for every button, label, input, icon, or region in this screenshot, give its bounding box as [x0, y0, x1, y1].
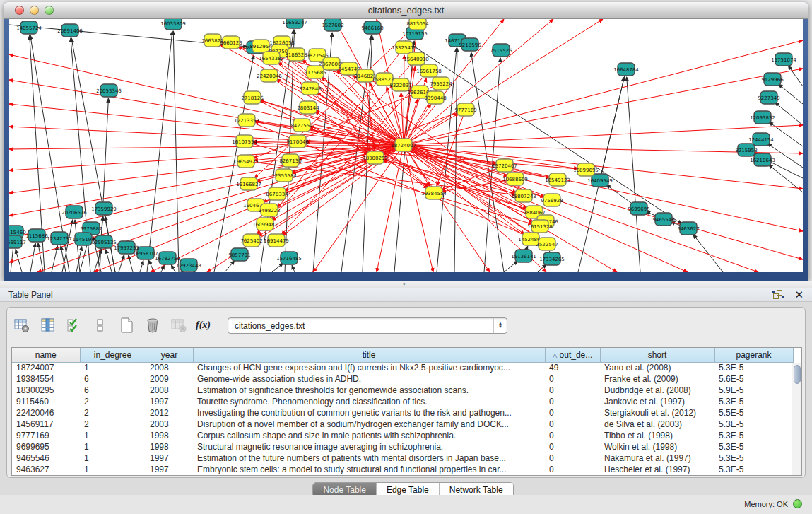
table-cell[interactable]: 5.6E-5 — [714, 373, 793, 385]
table-cell[interactable]: 1 — [80, 464, 146, 475]
table-cell[interactable]: 0 — [545, 430, 600, 441]
table-cell[interactable]: 5.3E-5 — [714, 430, 793, 441]
table-column-icon[interactable] — [39, 316, 57, 334]
table-cell[interactable]: 2 — [80, 407, 146, 419]
table-scrollbar[interactable] — [792, 363, 801, 475]
network-view[interactable]: 1872400714055724206914061603380910653247… — [9, 19, 803, 272]
table-cell[interactable]: Dudbridge et al. (2008) — [600, 385, 714, 396]
close-panel-icon[interactable]: ✕ — [794, 288, 804, 301]
float-panel-icon[interactable] — [772, 289, 784, 300]
table-cell[interactable]: 5.3E-5 — [714, 464, 793, 475]
table-cell[interactable]: 0 — [545, 407, 600, 419]
table-cell[interactable]: 18300295 — [12, 385, 80, 396]
table-cell[interactable]: 2003 — [146, 419, 193, 430]
table-cell[interactable]: 0 — [545, 419, 600, 430]
table-row[interactable]: 1456911722003Disruption of a novel membe… — [12, 419, 793, 430]
splitter-handle-icon[interactable]: ▾ — [403, 282, 410, 286]
table-cell[interactable]: 5.5E-5 — [714, 407, 793, 419]
table-cell[interactable]: 1997 — [146, 396, 193, 407]
column-header-name[interactable]: name — [12, 348, 80, 362]
table-cell[interactable]: Changes of HCN gene expression and I(f) … — [193, 362, 545, 373]
table-cell[interactable]: 9463627 — [12, 464, 80, 475]
table-cell[interactable]: 6 — [80, 373, 146, 385]
table-cell[interactable]: 2 — [80, 419, 146, 430]
table-row[interactable]: 2242004622012Investigating the contribut… — [12, 407, 793, 419]
table-cell[interactable]: 5.3E-5 — [714, 441, 793, 452]
table-cell[interactable]: 9699695 — [12, 441, 80, 452]
table-row[interactable]: 977716911998Corpus callosum shape and si… — [12, 430, 793, 441]
table-cell[interactable]: Franke et al. (2009) — [600, 373, 714, 385]
table-cell[interactable]: Corpus callosum shape and size in male p… — [193, 430, 545, 441]
table-selector-dropdown[interactable]: citations_edges.txt ▲▼ — [228, 317, 507, 334]
table-cell[interactable]: Tibbo et al. (1998) — [600, 430, 714, 441]
table-cell[interactable]: 0 — [545, 396, 600, 407]
table-cell[interactable]: 1 — [80, 441, 146, 452]
table-row[interactable]: 911546021997Tourette syndrome. Phenomeno… — [12, 396, 793, 407]
memory-status-icon[interactable] — [793, 499, 802, 508]
table-cell[interactable]: 22420046 — [12, 407, 80, 419]
table-cell[interactable]: Yano et al. (2008) — [600, 362, 714, 373]
table-cell[interactable]: 6 — [80, 385, 146, 396]
table-cell[interactable]: 1 — [80, 452, 146, 464]
column-header-year[interactable]: year — [146, 348, 193, 362]
table-cell[interactable]: Disruption of a novel member of a sodium… — [193, 419, 545, 430]
table-cell[interactable]: 9115460 — [12, 396, 80, 407]
table-cell[interactable]: Estimation of significance thresholds fo… — [193, 385, 545, 396]
column-header-title[interactable]: title — [193, 348, 545, 362]
network-canvas[interactable]: 1872400714055724206914061603380910653247… — [9, 19, 803, 272]
table-cell[interactable]: 0 — [545, 373, 600, 385]
table-row[interactable]: 1872400712008Changes of HCN gene express… — [12, 362, 793, 373]
table-cell[interactable]: Stergiakouli et al. (2012) — [600, 407, 714, 419]
table-cell[interactable]: 1 — [80, 362, 146, 373]
table-cell[interactable]: 9465546 — [12, 452, 80, 464]
table-row[interactable]: 1938455462009Genome-wide association stu… — [12, 373, 793, 385]
table-cell[interactable]: Genome-wide association studies in ADHD. — [193, 373, 545, 385]
table-row[interactable]: 1830029562008Estimation of significance … — [12, 385, 793, 396]
table-cell[interactable]: Investigating the contribution of common… — [193, 407, 545, 419]
table-cell[interactable]: 1998 — [146, 430, 193, 441]
table-cell[interactable]: 0 — [545, 464, 600, 475]
table-row[interactable]: 946362711997Embryonic stem cells: a mode… — [12, 464, 793, 475]
table-row[interactable]: 969969511998Structural magnetic resonanc… — [12, 441, 793, 452]
table-cell[interactable]: 0 — [545, 441, 600, 452]
table-cell[interactable]: 2008 — [146, 362, 193, 373]
delete-table-icon[interactable] — [143, 316, 162, 334]
table-row[interactable]: 946554611997Estimation of the future num… — [12, 452, 793, 464]
table-scrollbar-thumb[interactable] — [794, 365, 801, 384]
table-cell[interactable]: Wolkin et al. (1998) — [600, 441, 714, 452]
column-header-in_degree[interactable]: in_degree — [80, 348, 146, 362]
column-header-short[interactable]: short — [600, 348, 714, 362]
table-cell[interactable]: 1997 — [146, 452, 193, 464]
table-cell[interactable]: Structural magnetic resonance image aver… — [193, 441, 545, 452]
table-cell[interactable]: 5.3E-5 — [714, 362, 793, 373]
table-cell[interactable]: 49 — [545, 362, 600, 373]
table-cell[interactable]: 0 — [545, 385, 600, 396]
table-cell[interactable]: 18724007 — [12, 362, 80, 373]
table-cell[interactable]: Jankovic et al. (1997) — [600, 396, 714, 407]
column-header-pagerank[interactable]: pagerank — [714, 348, 793, 362]
table-cell[interactable]: 1997 — [146, 464, 193, 475]
table-cell[interactable]: 9777169 — [12, 430, 80, 441]
table-cell[interactable]: Estimation of the future numbers of pati… — [193, 452, 545, 464]
table-cell[interactable]: 5.3E-5 — [714, 452, 793, 464]
table-cell[interactable]: 5.3E-5 — [714, 396, 793, 407]
table-cell[interactable]: 19384554 — [12, 373, 80, 385]
column-header-out_de[interactable]: △out_de... — [545, 348, 600, 362]
table-cell[interactable]: Embryonic stem cells: a model to study s… — [193, 464, 545, 475]
table-cell[interactable]: 2012 — [146, 407, 193, 419]
table-settings-icon[interactable] — [13, 316, 31, 334]
table-cell[interactable]: 2 — [80, 396, 146, 407]
table-cell[interactable]: 14569117 — [12, 419, 80, 430]
table-cell[interactable]: 2008 — [146, 385, 193, 396]
panel-splitter[interactable]: ▾ — [0, 281, 812, 288]
function-builder-icon[interactable]: f(x) — [196, 316, 211, 334]
table-cell[interactable]: 1 — [80, 430, 146, 441]
table-cell[interactable]: 5.9E-5 — [714, 385, 793, 396]
table-cell[interactable]: de Silva et al. (2003) — [600, 419, 714, 430]
table-cell[interactable]: Tourette syndrome. Phenomenology and cla… — [193, 396, 545, 407]
table-cell[interactable]: 1998 — [146, 441, 193, 452]
new-table-icon[interactable] — [117, 316, 136, 334]
network-window-titlebar[interactable]: citations_edges.txt — [4, 2, 808, 19]
select-rows-icon[interactable] — [65, 316, 83, 334]
table-cell[interactable]: 2009 — [146, 373, 193, 385]
